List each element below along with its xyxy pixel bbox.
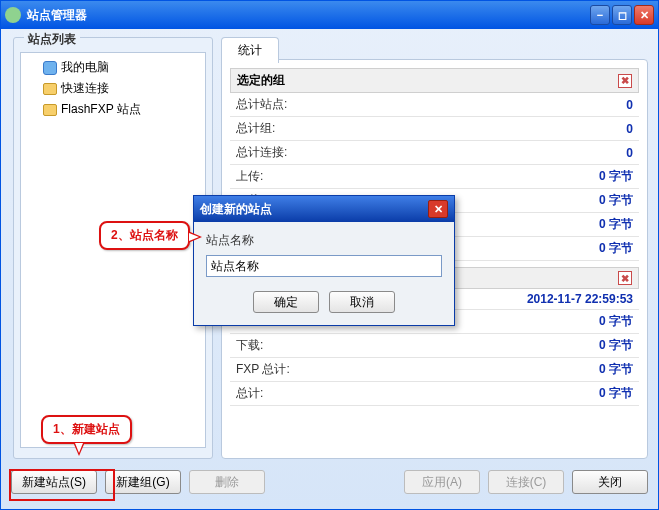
bottom-button-bar: 新建站点(S) 新建组(G) 删除 应用(A) 连接(C) 关闭 [11, 467, 648, 497]
delete-button: 删除 [189, 470, 265, 494]
cancel-button[interactable]: 取消 [329, 291, 395, 313]
section-title: 选定的组 [237, 72, 285, 89]
table-row: 总计组:0 [230, 117, 639, 141]
callout-tail-icon [73, 442, 85, 456]
close-button[interactable]: 关闭 [572, 470, 648, 494]
tree-item-label: FlashFXP 站点 [61, 101, 141, 118]
section-header-selected-group: 选定的组 ✖ [230, 68, 639, 93]
folder-icon [43, 83, 57, 95]
dialog-title: 创建新的站点 [200, 201, 428, 218]
callout-text: 1、新建站点 [53, 422, 120, 436]
minimize-button[interactable]: − [590, 5, 610, 25]
new-group-button[interactable]: 新建组(G) [105, 470, 181, 494]
tree-item-my-computer[interactable]: 我的电脑 [25, 57, 201, 78]
window-title: 站点管理器 [27, 7, 590, 24]
clear-stats-icon[interactable]: ✖ [618, 74, 632, 88]
tree-item-quick-connect[interactable]: 快速连接 [25, 78, 201, 99]
tab-statistics[interactable]: 统计 [221, 37, 279, 63]
annotation-callout-2: 2、站点名称 [99, 221, 190, 250]
site-name-label: 站点名称 [206, 232, 442, 249]
dialog-close-button[interactable]: ✕ [428, 200, 448, 218]
site-list-title: 站点列表 [24, 31, 80, 48]
dialog-buttons: 确定 取消 [206, 291, 442, 313]
computer-icon [43, 61, 57, 75]
site-manager-window: 站点管理器 − ◻ ✕ 站点列表 我的电脑 快速连接 [0, 0, 659, 510]
site-tree[interactable]: 我的电脑 快速连接 FlashFXP 站点 [20, 52, 206, 448]
connect-button: 连接(C) [488, 470, 564, 494]
folder-icon [43, 104, 57, 116]
tree-item-label: 快速连接 [61, 80, 109, 97]
table-row: 总计站点:0 [230, 93, 639, 117]
window-buttons: − ◻ ✕ [590, 5, 654, 25]
clear-stats-icon[interactable]: ✖ [618, 271, 632, 285]
dialog-titlebar[interactable]: 创建新的站点 ✕ [194, 196, 454, 222]
site-name-input[interactable] [206, 255, 442, 277]
apply-button: 应用(A) [404, 470, 480, 494]
window-close-button[interactable]: ✕ [634, 5, 654, 25]
table-row: 总计连接:0 [230, 141, 639, 165]
table-row: 下载:0 字节 [230, 334, 639, 358]
tree-item-flashfxp-sites[interactable]: FlashFXP 站点 [25, 99, 201, 120]
table-row: 上传:0 字节 [230, 165, 639, 189]
table-row: FXP 总计:0 字节 [230, 358, 639, 382]
maximize-button[interactable]: ◻ [612, 5, 632, 25]
callout-tail-icon [188, 231, 202, 243]
callout-text: 2、站点名称 [111, 228, 178, 242]
ok-button[interactable]: 确定 [253, 291, 319, 313]
app-icon [5, 7, 21, 23]
tree-item-label: 我的电脑 [61, 59, 109, 76]
annotation-callout-1: 1、新建站点 [41, 415, 132, 444]
dialog-body: 站点名称 确定 取消 [194, 222, 454, 325]
new-site-button[interactable]: 新建站点(S) [11, 470, 97, 494]
table-row: 总计:0 字节 [230, 382, 639, 406]
create-site-dialog: 创建新的站点 ✕ 站点名称 确定 取消 [193, 195, 455, 326]
titlebar[interactable]: 站点管理器 − ◻ ✕ [1, 1, 658, 29]
